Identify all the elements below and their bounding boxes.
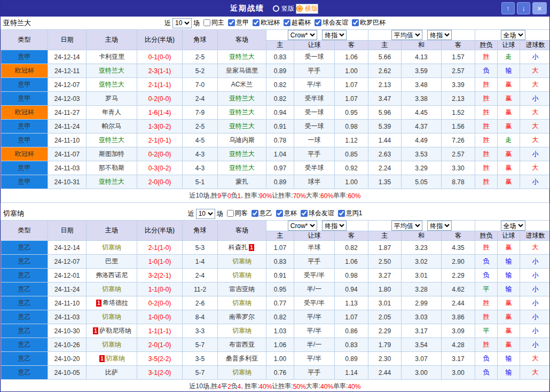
filter-checkbox-超霸杯[interactable]: 超霸杯 bbox=[284, 18, 311, 27]
goals-result: 小 bbox=[520, 283, 550, 296]
handicap: 受一球 bbox=[294, 120, 335, 134]
home-odds: 1.07 bbox=[266, 241, 294, 255]
home-odds: 0.82 bbox=[266, 92, 294, 106]
filter-checkbox-欧冠杯[interactable]: 欧冠杯 bbox=[253, 18, 280, 27]
full-match-select[interactable]: 全场 bbox=[501, 221, 525, 231]
summary-segment: 9 bbox=[217, 192, 221, 200]
scope-select-cell: 全场 bbox=[475, 221, 550, 231]
league-filter-checkboxes: 同主意甲欧冠杯超霸杯球会友谊欧罗巴杯 bbox=[200, 18, 386, 28]
goals-result: 大 bbox=[520, 64, 550, 78]
avg-home-odds: 1.44 bbox=[368, 134, 402, 147]
team-label: 切塞纳 bbox=[232, 369, 252, 376]
close-button[interactable]: × bbox=[532, 2, 547, 14]
handicap: 平/半 bbox=[294, 78, 335, 92]
goals-result: 小 bbox=[520, 50, 550, 64]
match-count-select[interactable]: 10 bbox=[172, 18, 192, 28]
win-lose-result: 平 bbox=[475, 283, 498, 296]
match-date: 24-10-20 bbox=[48, 352, 87, 366]
home-team: 那不勒斯 bbox=[87, 161, 137, 175]
team-label: 切塞纳 bbox=[232, 257, 252, 265]
avg-away-odds: 1.57 bbox=[442, 50, 475, 64]
score: 0-2(0-0) bbox=[137, 92, 183, 106]
checkbox-icon[interactable] bbox=[301, 210, 308, 217]
radio-horizontal-layout[interactable]: 横版 bbox=[296, 4, 318, 14]
checkbox-icon[interactable] bbox=[253, 19, 260, 26]
score: 2-1(1-0) bbox=[137, 241, 183, 255]
odds-select-cell: Crow* 终指 bbox=[266, 221, 368, 231]
goals-result: 小 bbox=[520, 147, 550, 161]
col-result: 胜负 bbox=[475, 231, 498, 241]
team-label: 斯图加特 bbox=[99, 150, 124, 158]
handicap: 一球 bbox=[294, 134, 335, 147]
filter-checkbox-意杯[interactable]: 意杯 bbox=[276, 209, 297, 218]
corner-score: 7-0 bbox=[183, 78, 218, 92]
avg-away-odds: 7.26 bbox=[442, 134, 475, 147]
avg-draw-odds: 3.38 bbox=[402, 92, 442, 106]
summary-segment: 1 bbox=[238, 192, 241, 200]
avg-home-odds: 2.62 bbox=[368, 64, 402, 78]
summary-segment: , 胜率: bbox=[241, 191, 259, 200]
team-label: 切塞纳 bbox=[232, 299, 252, 307]
match-count-select[interactable]: 10 bbox=[196, 209, 215, 219]
checkbox-icon[interactable] bbox=[252, 210, 258, 217]
home-odds: 1.04 bbox=[266, 147, 294, 161]
team-name: 亚特兰大 bbox=[3, 18, 31, 28]
away-odds: 1.06 bbox=[335, 50, 368, 64]
away-team: 南蒂罗尔 bbox=[218, 310, 266, 324]
home-odds: 0.89 bbox=[266, 175, 294, 189]
final-odds-select[interactable]: 终指 bbox=[427, 30, 452, 40]
avg-away-odds: 1.52 bbox=[442, 106, 475, 120]
handicap: 受平/半 bbox=[294, 296, 335, 310]
radio-vertical-layout[interactable]: 竖版 bbox=[273, 4, 294, 13]
filter-checkbox-意甲[interactable]: 意甲 bbox=[228, 18, 249, 27]
score: 1-6(1-4) bbox=[137, 106, 183, 120]
avg-away-odds: 1.56 bbox=[442, 120, 475, 134]
league-badge: 意甲 bbox=[1, 50, 48, 64]
final-odds-select[interactable]: 终指 bbox=[322, 221, 347, 231]
avg-away-odds: 3.30 bbox=[442, 161, 475, 175]
filter-checkbox-意乙[interactable]: 意乙 bbox=[252, 209, 272, 218]
average-odds-select[interactable]: 平均值 bbox=[391, 221, 422, 231]
filter-checkbox-球会友谊[interactable]: 球会友谊 bbox=[315, 18, 348, 27]
checkbox-icon[interactable] bbox=[228, 19, 235, 26]
checkbox-icon[interactable] bbox=[338, 210, 345, 217]
checkbox-icon[interactable] bbox=[227, 210, 234, 217]
away-odds: 1.13 bbox=[335, 296, 368, 310]
avg-home-odds: 3.27 bbox=[368, 269, 402, 283]
checkbox-icon[interactable] bbox=[276, 210, 283, 217]
final-odds-select[interactable]: 终指 bbox=[427, 221, 452, 231]
red-card-icon: 1 bbox=[99, 355, 105, 362]
odds-company-select[interactable]: Crow* bbox=[288, 221, 317, 231]
filter-checkbox-同客[interactable]: 同客 bbox=[227, 209, 248, 218]
handicap: 平/半 bbox=[294, 352, 335, 366]
score: 3-5(2-2) bbox=[137, 352, 183, 366]
away-odds: 0.86 bbox=[335, 324, 368, 338]
filter-checkbox-欧罗巴杯[interactable]: 欧罗巴杯 bbox=[352, 18, 386, 27]
checkbox-icon[interactable] bbox=[315, 19, 321, 26]
col-away: 客场 bbox=[218, 221, 266, 241]
handicap: 平手 bbox=[294, 366, 335, 380]
team-label: 亚特兰大 bbox=[229, 95, 255, 102]
full-match-select[interactable]: 全场 bbox=[501, 30, 525, 40]
score: 3-2(2-1) bbox=[137, 269, 183, 283]
checkbox-icon[interactable] bbox=[352, 19, 359, 26]
away-team: 科森扎1 bbox=[218, 241, 266, 255]
filter-checkbox-同主[interactable]: 同主 bbox=[203, 18, 224, 27]
match-date: 24-11-03 bbox=[48, 310, 87, 324]
team-label: 年青人 bbox=[102, 108, 121, 116]
checkbox-icon[interactable] bbox=[203, 19, 210, 26]
checkbox-icon[interactable] bbox=[284, 19, 290, 26]
summary-segment: 2 bbox=[227, 383, 231, 390]
avg-home-odds: 1.35 bbox=[368, 175, 402, 189]
final-odds-select[interactable]: 终指 bbox=[322, 30, 347, 40]
away-team: 亚特兰大 bbox=[218, 50, 266, 64]
odds-company-select[interactable]: Crow* bbox=[288, 30, 317, 40]
match-row: 意甲24-11-03那不勒斯0-3(0-2)4-3亚特兰大0.97受半球0.92… bbox=[1, 161, 550, 175]
away-odds: 0.89 bbox=[335, 352, 368, 366]
filter-checkbox-球会友谊[interactable]: 球会友谊 bbox=[301, 209, 334, 218]
average-odds-select[interactable]: 平均值 bbox=[391, 30, 422, 40]
scroll-up-button[interactable]: ↑ bbox=[501, 2, 515, 14]
scroll-down-button[interactable]: ↓ bbox=[517, 2, 530, 14]
filter-checkbox-意丙1[interactable]: 意丙1 bbox=[338, 209, 363, 218]
handicap-result: 走 bbox=[498, 50, 520, 64]
